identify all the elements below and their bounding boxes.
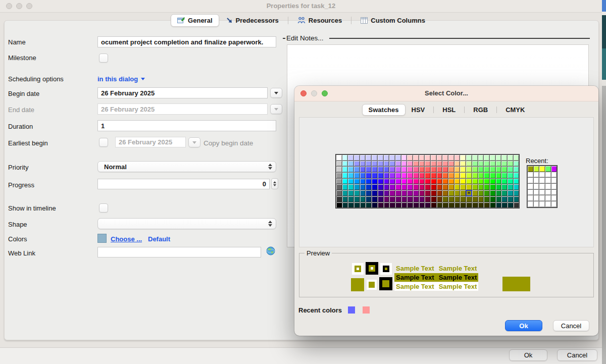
swatch-cell[interactable] (508, 179, 513, 184)
swatch-cell[interactable] (437, 167, 442, 172)
swatch-cell[interactable] (336, 184, 342, 190)
swatch-cell[interactable] (360, 155, 366, 161)
swatch-cell[interactable] (514, 161, 519, 167)
tab-cmyk[interactable]: CMYK (499, 105, 531, 115)
swatch-cell[interactable] (336, 196, 342, 202)
swatch-cell[interactable] (425, 202, 430, 208)
swatch-cell[interactable] (442, 184, 448, 190)
swatch-cell[interactable] (366, 196, 371, 202)
recent-swatch-cell[interactable] (545, 184, 551, 189)
swatch-cell[interactable] (454, 196, 460, 202)
swatch-cell[interactable] (514, 179, 519, 184)
swatch-cell[interactable] (395, 173, 401, 178)
swatch-cell[interactable] (442, 155, 448, 161)
recent-swatch-cell[interactable] (528, 184, 533, 189)
swatch-cell[interactable] (454, 202, 460, 208)
swatch-cell[interactable] (437, 155, 442, 161)
swatch-cell[interactable] (472, 196, 478, 202)
swatch-cell[interactable] (395, 184, 401, 190)
swatch-cell[interactable] (342, 184, 348, 190)
swatch-cell[interactable] (384, 179, 389, 184)
swatch-cell[interactable] (401, 161, 407, 167)
swatch-cell[interactable] (496, 167, 501, 172)
swatch-cell[interactable] (378, 173, 383, 178)
swatch-cell[interactable] (366, 155, 371, 161)
swatch-cell[interactable] (425, 190, 430, 196)
swatch-cell[interactable] (342, 161, 348, 167)
tab-hsv[interactable]: HSV (406, 105, 431, 115)
swatch-cell[interactable] (437, 184, 442, 190)
swatch-cell[interactable] (484, 196, 489, 202)
swatch-cell[interactable] (389, 179, 395, 184)
swatch-cell[interactable] (413, 184, 419, 190)
swatch-cell[interactable] (490, 196, 495, 202)
swatch-cell[interactable] (431, 155, 436, 161)
swatch-cell[interactable] (508, 196, 513, 202)
swatch-cell[interactable] (460, 190, 466, 196)
swatch-cell[interactable] (389, 173, 395, 178)
tab-general[interactable]: General (171, 14, 219, 27)
swatch-cell[interactable] (336, 179, 342, 184)
swatch-cell[interactable] (448, 202, 454, 208)
swatch-cell[interactable] (342, 196, 348, 202)
swatch-cell[interactable] (372, 173, 377, 178)
swatch-cell[interactable] (496, 196, 501, 202)
swatch-cell[interactable] (431, 167, 436, 172)
swatch-cell[interactable] (395, 179, 401, 184)
cancel-button[interactable]: Cancel (557, 349, 597, 361)
swatch-cell[interactable] (372, 161, 377, 167)
swatch-cell[interactable] (419, 196, 425, 202)
tab-swatches[interactable]: Swatches (362, 104, 406, 116)
recent-swatch-cell[interactable] (528, 166, 533, 172)
swatch-cell[interactable] (342, 190, 348, 196)
swatch-cell[interactable] (431, 161, 436, 167)
edit-notes-label[interactable]: Edit Notes... (286, 34, 324, 42)
swatch-cell[interactable] (378, 179, 383, 184)
swatch-cell[interactable] (419, 179, 425, 184)
swatch-cell[interactable] (413, 167, 419, 172)
swatch-cell[interactable] (478, 155, 484, 161)
swatch-cell[interactable] (514, 184, 519, 190)
swatch-cell[interactable] (354, 161, 360, 167)
swatch-cell[interactable] (501, 179, 507, 184)
swatch-cell[interactable] (442, 179, 448, 184)
swatch-cell[interactable] (413, 179, 419, 184)
swatch-cell[interactable] (354, 202, 360, 208)
swatch-cell[interactable] (496, 173, 501, 178)
swatch-cell[interactable] (454, 190, 460, 196)
swatch-cell[interactable] (472, 155, 478, 161)
swatch-cell[interactable] (389, 155, 395, 161)
swatch-cell[interactable] (484, 202, 489, 208)
swatch-cell[interactable] (454, 173, 460, 178)
swatch-cell[interactable] (478, 190, 484, 196)
swatch-cell[interactable] (401, 167, 407, 172)
swatch-cell[interactable] (490, 184, 495, 190)
swatch-cell[interactable] (425, 161, 430, 167)
swatch-cell[interactable] (490, 161, 495, 167)
swatch-cell[interactable] (484, 179, 489, 184)
swatch-cell[interactable] (448, 179, 454, 184)
swatch-cell[interactable] (348, 173, 354, 178)
swatch-cell[interactable] (407, 184, 413, 190)
swatch-cell[interactable] (478, 196, 484, 202)
swatch-cell[interactable] (425, 179, 430, 184)
swatch-cell[interactable] (431, 202, 436, 208)
swatch-cell[interactable] (395, 155, 401, 161)
swatch-cell[interactable] (448, 190, 454, 196)
swatch-cell[interactable] (454, 179, 460, 184)
swatch-cell[interactable] (425, 167, 430, 172)
swatch-cell[interactable] (342, 179, 348, 184)
swatch-cell[interactable] (384, 190, 389, 196)
swatch-cell[interactable] (336, 173, 342, 178)
swatch-cell[interactable] (419, 167, 425, 172)
swatch-cell[interactable] (419, 190, 425, 196)
swatch-cell[interactable] (395, 167, 401, 172)
swatch-cell[interactable] (360, 190, 366, 196)
recent-swatch-cell[interactable] (534, 172, 539, 178)
recent-swatch-cell[interactable] (551, 190, 557, 195)
recent-swatch-cell[interactable] (539, 172, 545, 178)
swatch-cell[interactable] (496, 190, 501, 196)
swatch-cell[interactable] (366, 184, 371, 190)
swatch-cell[interactable] (354, 167, 360, 172)
swatch-cell[interactable] (466, 167, 472, 172)
